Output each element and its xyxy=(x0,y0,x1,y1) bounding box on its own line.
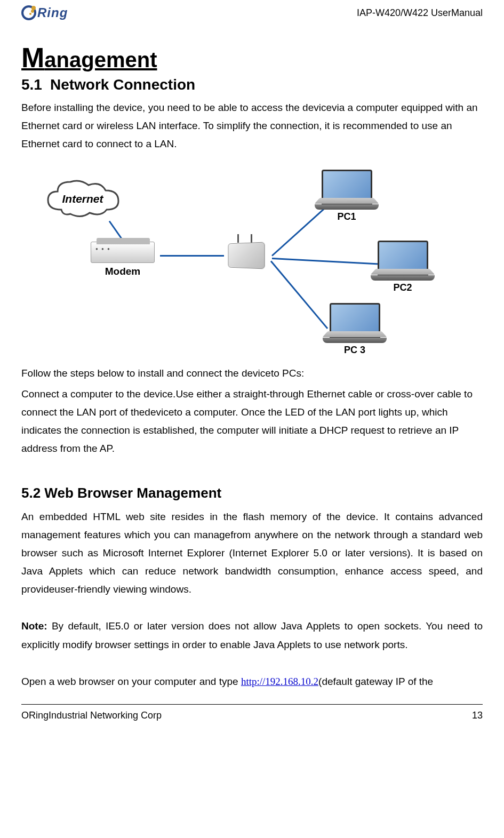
ap-device-node xyxy=(227,243,272,269)
section-5-2-para1: An embedded HTML web site resides in the… xyxy=(21,508,483,599)
brand-logo: Ring xyxy=(21,5,68,20)
connection-line xyxy=(160,255,224,257)
internet-cloud: Internet xyxy=(43,178,123,220)
spacer xyxy=(21,601,483,617)
section-5-2-note: Note: By default, IE5.0 or later version… xyxy=(21,617,483,653)
modem-node: Modem xyxy=(91,242,155,277)
laptop-base-icon xyxy=(315,204,379,210)
pc2-node: PC2 xyxy=(368,241,437,293)
laptop-base-icon xyxy=(371,275,435,281)
section-5-2-para3: Open a web browser on your computer and … xyxy=(21,673,483,691)
section-title: Network Connection xyxy=(50,76,195,93)
pc3-node: PC 3 xyxy=(320,303,389,356)
internet-label: Internet xyxy=(62,193,103,205)
page-footer: ORingIndustrial Networking Corp 13 xyxy=(21,704,483,721)
note-text: By default, IE5.0 or later version does … xyxy=(21,620,483,650)
laptop-base-icon xyxy=(323,338,387,343)
modem-icon xyxy=(91,242,155,263)
note-label: Note: xyxy=(21,620,47,632)
pc2-label: PC2 xyxy=(368,282,437,293)
logo-text: Ring xyxy=(37,5,68,20)
chapter-heading: Management xyxy=(21,42,483,74)
footer-company: ORingIndustrial Networking Corp xyxy=(21,710,162,721)
section-number: 5.1 xyxy=(21,76,42,93)
modem-label: Modem xyxy=(91,266,155,277)
network-diagram: Internet Modem PC1 PC2 PC 3 xyxy=(21,162,464,354)
heading-rest: anagement xyxy=(44,48,157,71)
document-title: IAP-W420/W422 UserManual xyxy=(357,7,483,19)
antenna-icon xyxy=(251,234,252,243)
section-5-2-heading: 5.2 Web Browser Management xyxy=(21,485,483,501)
connection-line xyxy=(270,260,328,329)
para3-post: (default gateway IP of the xyxy=(318,676,433,687)
spacer xyxy=(21,657,483,673)
ap-body-icon xyxy=(228,242,265,269)
gateway-ip-link[interactable]: http://192.168.10.2 xyxy=(241,676,318,687)
section-5-1-para2: Follow the steps below to install and co… xyxy=(21,364,483,382)
section-5-1-para3: Connect a computer to the device.Use eit… xyxy=(21,385,483,458)
page-number: 13 xyxy=(472,710,483,721)
page-header: Ring IAP-W420/W422 UserManual xyxy=(21,5,483,20)
pc3-label: PC 3 xyxy=(320,345,389,356)
para3-pre: Open a web browser on your computer and … xyxy=(21,676,241,687)
heading-dropcap: M xyxy=(21,42,44,73)
antenna-icon xyxy=(237,234,239,243)
pc1-node: PC1 xyxy=(312,170,381,222)
pc1-label: PC1 xyxy=(312,211,381,222)
page-content: Management 5.1Network Connection Before … xyxy=(21,26,483,691)
section-5-1-heading: 5.1Network Connection xyxy=(21,76,483,93)
section-5-1-para1: Before installing the device, you need t… xyxy=(21,99,483,154)
logo-o-icon xyxy=(21,5,36,20)
